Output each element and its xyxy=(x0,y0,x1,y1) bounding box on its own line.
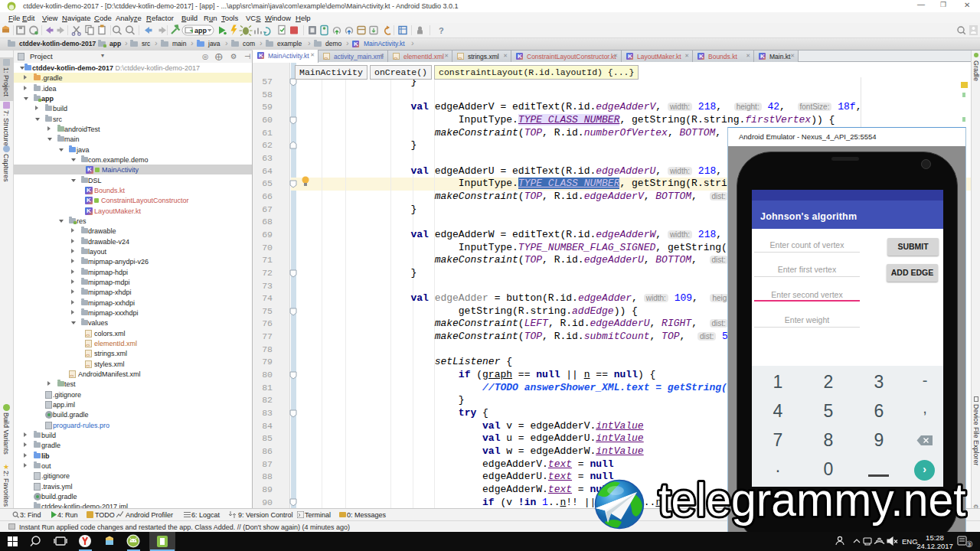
svg-text:app: app xyxy=(194,27,207,34)
svg-text:?: ? xyxy=(439,26,444,35)
svg-text:telegrammy.net: telegrammy.net xyxy=(658,473,966,527)
